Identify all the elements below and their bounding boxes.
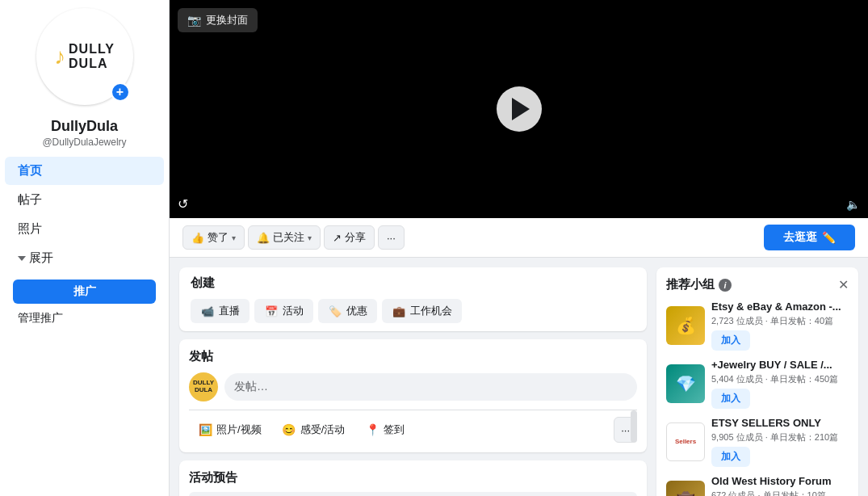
avatar-area: ♪ DULLY DULA +: [36, 8, 133, 105]
post-feeling-button[interactable]: 😊 感受/活动: [273, 417, 354, 443]
action-buttons-left: 👍 赞了 ▾ 🔔 已关注 ▾ ↗ 分享 ···: [182, 225, 405, 250]
create-event-button[interactable]: 📅 活动: [254, 299, 313, 323]
video-controls: ↺: [178, 196, 188, 212]
info-icon[interactable]: i: [719, 279, 732, 292]
group-name: +Jewelry BUY / SALE /...: [711, 359, 849, 372]
page-handle: @DullyDulaJewelry: [42, 137, 126, 148]
create-bar: 创建 📹 直播 📅 活动 🏷️ 优惠: [179, 267, 647, 331]
feeling-icon: 😊: [281, 422, 297, 438]
activity-box: 活动预告: [179, 460, 647, 496]
share-icon: ↗: [333, 232, 342, 244]
group-name: ETSY SELLERS ONLY: [711, 417, 849, 431]
post-checkin-button[interactable]: 📍 签到: [356, 417, 413, 443]
post-box-title: 发帖: [189, 349, 637, 364]
activity-title: 活动预告: [189, 470, 637, 485]
main-content: 📷 更换封面 ↺ 🔈 👍 赞了 ▾ 🔔: [170, 0, 868, 496]
replay-icon[interactable]: ↺: [178, 196, 188, 212]
create-job-button[interactable]: 💼 工作机会: [382, 299, 462, 323]
go-button[interactable]: 去逛逛 ✏️: [764, 225, 855, 250]
create-offer-button[interactable]: 🏷️ 优惠: [318, 299, 377, 323]
offer-icon: 🏷️: [328, 304, 342, 318]
left-col: 创建 📹 直播 📅 活动 🏷️ 优惠: [179, 267, 647, 496]
group-item: 💰 Etsy & eBay & Amazon -... 2,723 位成员 · …: [666, 301, 849, 351]
cover-video[interactable]: [170, 0, 868, 218]
play-icon: [512, 98, 530, 120]
sidebar-item-posts[interactable]: 帖子: [5, 186, 164, 214]
group-thumbnail-teal: 💎: [666, 364, 705, 403]
music-note-icon: ♪: [54, 44, 65, 69]
chevron-down-icon: [18, 256, 26, 261]
group-name: Etsy & eBay & Amazon -...: [711, 301, 849, 314]
post-box: 发帖 DULLYDULA 发帖… 🖼️ 照片/视频: [179, 339, 647, 452]
group-info: +Jewelry BUY / SALE /... 5,404 位成员 · 单日发…: [711, 359, 849, 409]
photo-icon: 🖼️: [197, 422, 213, 438]
group-info: ETSY SELLERS ONLY 9,905 位成员 · 单日发帖：210篇 …: [711, 417, 849, 467]
promote-button[interactable]: 推广: [13, 280, 156, 304]
sidebar: ♪ DULLY DULA + DullyDula @DullyDulaJewel…: [0, 0, 170, 496]
close-recommend-button[interactable]: ✕: [838, 277, 849, 292]
change-cover-button[interactable]: 📷 更换封面: [178, 8, 258, 32]
group-item: 🤠 Old West History Forum 672 位成员 · 单日发帖：…: [666, 475, 849, 496]
group-thumbnail-sellers: Sellers: [666, 422, 705, 461]
follow-dropdown-arrow: ▾: [308, 233, 312, 242]
manage-promote[interactable]: 管理推广: [5, 306, 164, 330]
group-thumbnail-coins: 💰: [666, 306, 705, 345]
post-avatar-logo: DULLYDULA: [193, 380, 214, 394]
follow-button[interactable]: 🔔 已关注 ▾: [248, 225, 321, 250]
activity-preview: [189, 492, 637, 496]
two-col-layout: 创建 📹 直播 📅 活动 🏷️ 优惠: [170, 258, 868, 496]
sidebar-item-photos[interactable]: 照片: [5, 215, 164, 243]
post-photo-button[interactable]: 🖼️ 照片/视频: [189, 417, 270, 443]
volume-icon[interactable]: 🔈: [846, 198, 860, 211]
post-type-bar: 🖼️ 照片/视频 😊 感受/活动 📍 签到 ···: [189, 410, 637, 443]
join-button-2[interactable]: 加入: [711, 389, 750, 409]
job-icon: 💼: [392, 304, 406, 318]
share-button[interactable]: ↗ 分享: [324, 225, 375, 250]
event-icon: 📅: [264, 304, 279, 318]
thumbs-up-icon: 👍: [191, 232, 204, 244]
group-meta: 9,905 位成员 · 单日发帖：210篇: [711, 431, 849, 443]
create-actions: 📹 直播 📅 活动 🏷️ 优惠 💼 工作: [191, 299, 635, 323]
sidebar-item-home[interactable]: 首页: [5, 157, 164, 185]
like-dropdown-arrow: ▾: [232, 233, 236, 242]
edit-icon: ✏️: [822, 231, 836, 244]
location-icon: 📍: [364, 422, 380, 438]
plus-badge[interactable]: +: [111, 82, 130, 102]
like-button[interactable]: 👍 赞了 ▾: [182, 225, 245, 250]
recommend-header: 推荐小组 i ✕: [666, 277, 849, 292]
play-button[interactable]: [497, 86, 542, 132]
cover-area: 📷 更换封面 ↺ 🔈: [170, 0, 868, 218]
scroll-indicator: [631, 410, 637, 443]
cover-bottom-bar: ↺ 🔈: [178, 196, 860, 212]
group-info: Etsy & eBay & Amazon -... 2,723 位成员 · 单日…: [711, 301, 849, 351]
group-meta: 2,723 位成员 · 单日发帖：40篇: [711, 315, 849, 327]
post-input[interactable]: 发帖…: [224, 373, 637, 401]
post-avatar: DULLYDULA: [189, 372, 218, 401]
more-button[interactable]: ···: [378, 225, 405, 250]
camera-icon: 📷: [187, 14, 201, 27]
group-item: Sellers ETSY SELLERS ONLY 9,905 位成员 · 单日…: [666, 417, 849, 467]
recommend-title: 推荐小组 i: [666, 277, 732, 292]
group-info: Old West History Forum 672 位成员 · 单日发帖：10…: [711, 475, 849, 496]
live-icon: 📹: [200, 304, 215, 318]
recommend-box: 推荐小组 i ✕ 💰 Etsy & eBay & Amazon -... 2,7…: [656, 267, 858, 496]
post-input-area: DULLYDULA 发帖…: [189, 372, 637, 401]
page-name: DullyDula: [51, 118, 118, 135]
cover-top-bar: 📷 更换封面: [178, 8, 258, 32]
action-bar: 👍 赞了 ▾ 🔔 已关注 ▾ ↗ 分享 ··· 去逛逛 ✏️: [170, 218, 868, 258]
sidebar-nav: 首页 帖子 照片 展开 推广 管理推广: [0, 156, 169, 331]
join-button-1[interactable]: 加入: [711, 330, 750, 351]
right-col: 推荐小组 i ✕ 💰 Etsy & eBay & Amazon -... 2,7…: [656, 267, 858, 496]
join-button-3[interactable]: 加入: [711, 447, 750, 467]
group-meta: 672 位成员 · 单日发帖：10篇: [711, 490, 849, 496]
bell-icon: 🔔: [257, 232, 270, 244]
create-bar-title: 创建: [191, 275, 635, 291]
sidebar-expand[interactable]: 展开: [5, 244, 164, 272]
group-meta: 5,404 位成员 · 单日发帖：450篇: [711, 373, 849, 385]
group-item: 💎 +Jewelry BUY / SALE /... 5,404 位成员 · 单…: [666, 359, 849, 409]
brand-text: DULLY DULA: [69, 42, 115, 70]
group-thumbnail-oldwest: 🤠: [666, 481, 705, 496]
group-name: Old West History Forum: [711, 475, 849, 489]
create-live-button[interactable]: 📹 直播: [191, 299, 249, 323]
